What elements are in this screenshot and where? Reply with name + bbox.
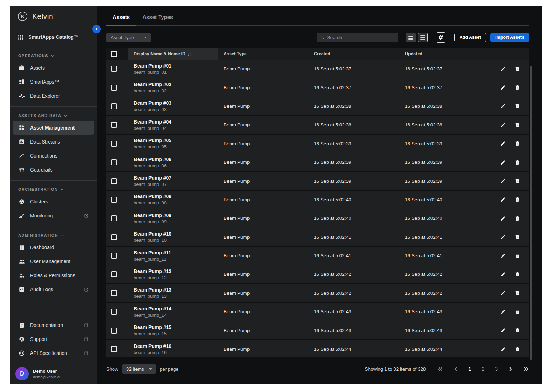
delete-button[interactable] [514, 215, 521, 222]
row-checkbox[interactable] [111, 159, 117, 165]
user-profile[interactable]: D Demo User demo@kelvin.ai [10, 363, 97, 384]
page-button-1[interactable]: 1 [469, 366, 471, 372]
table-row[interactable]: Beam Pump #14 beam_pump_14 Beam Pump 16 … [106, 303, 529, 321]
table-row[interactable]: Beam Pump #09 beam_pump_09 Beam Pump 16 … [106, 209, 529, 228]
delete-button[interactable] [514, 289, 521, 296]
sidebar-item-dashboard[interactable]: Dashboard [13, 240, 94, 254]
section-header-administration[interactable]: ADMINISTRATION [10, 229, 97, 240]
delete-button[interactable] [514, 252, 521, 259]
add-asset-button[interactable]: Add Asset [454, 33, 486, 42]
section-header-orchestration[interactable]: ORCHESTRATION [10, 183, 97, 195]
page-button-3[interactable]: 3 [495, 366, 498, 372]
sidebar-item-smartapps-catalog[interactable]: SmartApps Catalog™ [10, 27, 97, 47]
column-header-updated[interactable]: Updated [399, 48, 492, 60]
edit-button[interactable] [499, 159, 506, 166]
tab-asset-types[interactable]: Asset Types [136, 14, 179, 26]
row-checkbox[interactable] [111, 234, 117, 240]
table-row[interactable]: Beam Pump #08 beam_pump_08 Beam Pump 16 … [106, 191, 529, 209]
sidebar-item-data-streams[interactable]: Data Streams [13, 135, 94, 149]
table-row[interactable]: Beam Pump #10 beam_pump_10 Beam Pump 16 … [106, 228, 529, 247]
row-checkbox[interactable] [111, 309, 117, 315]
table-row[interactable]: Beam Pump #11 beam_pump_11 Beam Pump 16 … [106, 247, 529, 265]
delete-button[interactable] [514, 140, 521, 147]
edit-button[interactable] [499, 289, 506, 296]
column-header-created[interactable]: Created [308, 48, 399, 60]
sidebar-collapse-button[interactable] [92, 25, 101, 33]
delete-button[interactable] [514, 121, 521, 128]
table-row[interactable]: Beam Pump #13 beam_pump_13 Beam Pump 16 … [106, 284, 529, 303]
sidebar-item-api-specification[interactable]: API Specification [13, 346, 94, 360]
last-page-button[interactable] [523, 366, 529, 372]
row-checkbox[interactable] [111, 346, 117, 352]
first-page-button[interactable] [437, 366, 443, 372]
table-row[interactable]: Beam Pump #04 beam_pump_04 Beam Pump 16 … [106, 116, 529, 134]
sidebar-item-clusters[interactable]: Clusters [13, 195, 94, 209]
tab-assets[interactable]: Assets [106, 14, 136, 26]
import-assets-button[interactable]: Import Assets [490, 33, 529, 42]
edit-button[interactable] [499, 84, 506, 91]
edit-button[interactable] [499, 308, 506, 315]
table-row[interactable]: Beam Pump #12 beam_pump_12 Beam Pump 16 … [106, 265, 529, 284]
column-header-type[interactable]: Asset Type [218, 48, 308, 60]
section-header-operations[interactable]: OPERATIONS [10, 49, 97, 61]
table-row[interactable]: Beam Pump #05 beam_pump_05 Beam Pump 16 … [106, 135, 529, 153]
sidebar-item-smartapps[interactable]: SmartApps™ [13, 75, 94, 89]
delete-button[interactable] [514, 84, 521, 91]
delete-button[interactable] [514, 196, 521, 203]
edit-button[interactable] [499, 65, 506, 72]
edit-button[interactable] [499, 177, 506, 184]
edit-button[interactable] [499, 140, 506, 147]
delete-button[interactable] [514, 65, 521, 72]
sidebar-item-audit-logs[interactable]: Audit Logs [13, 282, 94, 296]
view-compact-button[interactable] [406, 33, 416, 42]
edit-button[interactable] [499, 252, 506, 259]
delete-button[interactable] [514, 308, 521, 315]
sidebar-item-data-explorer[interactable]: Data Explorer [13, 89, 94, 103]
delete-button[interactable] [514, 271, 521, 278]
page-size-dropdown[interactable]: 32 items [122, 364, 156, 374]
row-checkbox[interactable] [111, 85, 117, 91]
table-row[interactable]: Beam Pump #06 beam_pump_06 Beam Pump 16 … [106, 153, 529, 172]
delete-button[interactable] [514, 233, 521, 240]
table-row[interactable]: Beam Pump #07 beam_pump_07 Beam Pump 16 … [106, 172, 529, 190]
table-row[interactable]: Beam Pump #02 beam_pump_02 Beam Pump 16 … [106, 78, 529, 97]
table-row[interactable]: Beam Pump #03 beam_pump_03 Beam Pump 16 … [106, 97, 529, 116]
row-checkbox[interactable] [111, 103, 117, 109]
sidebar-item-assets[interactable]: Assets [13, 61, 94, 75]
row-checkbox[interactable] [111, 290, 117, 296]
sidebar-item-roles-permissions[interactable]: Roles & Permissions [13, 268, 94, 282]
previous-page-button[interactable] [454, 366, 458, 372]
row-checkbox[interactable] [111, 178, 117, 184]
section-header-assets-and-data[interactable]: ASSETS AND DATA [10, 109, 97, 121]
row-checkbox[interactable] [111, 122, 117, 128]
edit-button[interactable] [499, 327, 506, 334]
delete-button[interactable] [514, 346, 521, 353]
sidebar-item-monitoring[interactable]: Monitoring [13, 209, 94, 223]
delete-button[interactable] [514, 327, 521, 334]
delete-button[interactable] [514, 177, 521, 184]
sidebar-item-connections[interactable]: Connections [13, 149, 94, 163]
select-all-checkbox[interactable] [111, 51, 117, 57]
edit-button[interactable] [499, 103, 506, 110]
search-input[interactable] [327, 35, 394, 40]
table-row[interactable]: Beam Pump #15 beam_pump_15 Beam Pump 16 … [106, 321, 529, 340]
column-header-name[interactable]: Display Name & Name ID ↓↑ [128, 48, 218, 60]
sidebar-item-asset-management[interactable]: Asset Management [13, 121, 94, 135]
sidebar-item-documentation[interactable]: Documentation [13, 318, 94, 332]
row-checkbox[interactable] [111, 215, 117, 221]
row-checkbox[interactable] [111, 253, 117, 259]
edit-button[interactable] [499, 346, 506, 353]
row-checkbox[interactable] [111, 197, 117, 203]
delete-button[interactable] [514, 159, 521, 166]
row-checkbox[interactable] [111, 141, 117, 147]
asset-type-filter-dropdown[interactable]: Asset Type [106, 33, 151, 42]
view-list-button[interactable] [418, 33, 428, 42]
row-checkbox[interactable] [111, 66, 117, 72]
delete-button[interactable] [514, 103, 521, 110]
vertical-scrollbar[interactable] [530, 66, 532, 360]
edit-button[interactable] [499, 271, 506, 278]
table-row[interactable]: Beam Pump #16 beam_pump_16 Beam Pump 16 … [106, 340, 529, 357]
table-row[interactable]: Beam Pump #01 beam_pump_01 Beam Pump 16 … [106, 60, 529, 78]
edit-button[interactable] [499, 196, 506, 203]
edit-button[interactable] [499, 215, 506, 222]
